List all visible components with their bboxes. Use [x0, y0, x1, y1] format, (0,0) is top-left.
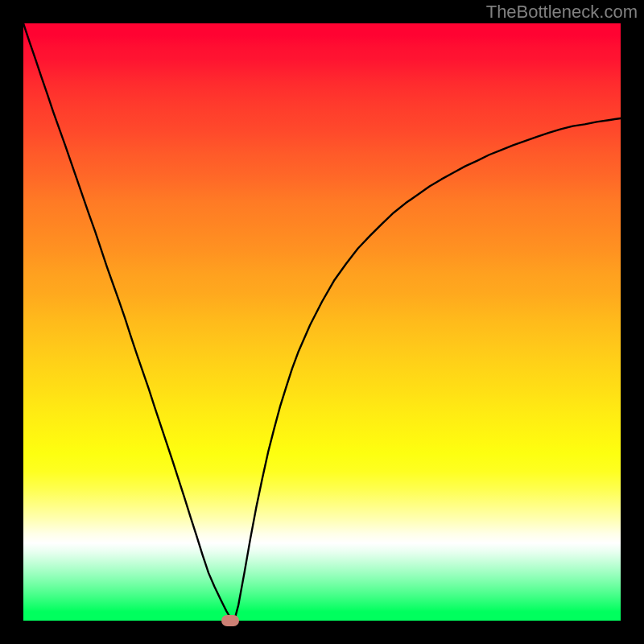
watermark-text: TheBottleneck.com — [486, 2, 638, 23]
bottleneck-curve — [23, 23, 621, 621]
optimal-marker — [221, 615, 239, 626]
